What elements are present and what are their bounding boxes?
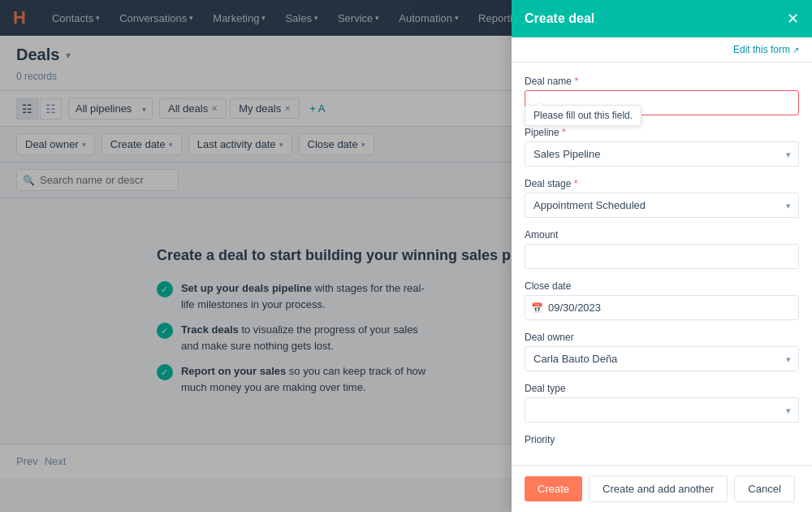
close-date-input[interactable]: [525, 295, 799, 320]
cancel-button[interactable]: Cancel: [734, 475, 794, 502]
deal-stage-label: Deal stage *: [525, 178, 799, 189]
pipeline-group: Pipeline * Sales Pipeline: [525, 127, 799, 167]
panel-body: Deal name * Please fill out this field. …: [512, 63, 812, 465]
required-indicator: *: [574, 76, 578, 87]
edit-form-link[interactable]: Edit this form: [733, 44, 799, 55]
required-indicator: *: [562, 127, 566, 138]
deal-owner-group: Deal owner Carla Bauto Deña: [525, 332, 799, 371]
deal-name-label: Deal name *: [525, 76, 799, 87]
priority-group: Priority: [525, 434, 799, 445]
deal-type-select[interactable]: [525, 397, 799, 423]
deal-owner-label: Deal owner: [525, 332, 799, 343]
priority-label: Priority: [525, 434, 799, 445]
amount-group: Amount: [525, 229, 799, 269]
create-and-add-button[interactable]: Create and add another: [589, 475, 728, 502]
deal-stage-select[interactable]: Appointment Scheduled: [525, 193, 799, 218]
panel-footer: Create Create and add another Cancel: [512, 465, 812, 512]
panel-subheader: Edit this form: [512, 37, 812, 63]
deal-type-group: Deal type: [525, 383, 799, 423]
tooltip-bubble: Please fill out this field.: [525, 105, 641, 126]
amount-input[interactable]: [525, 244, 799, 269]
close-date-label: Close date: [525, 280, 799, 292]
pipeline-label: Pipeline *: [525, 127, 799, 138]
close-date-group: Close date: [525, 280, 799, 320]
panel-title: Create deal: [525, 11, 594, 26]
pipeline-select-input[interactable]: Sales Pipeline: [525, 141, 799, 167]
create-button[interactable]: Create: [525, 476, 582, 501]
amount-label: Amount: [525, 229, 799, 241]
required-indicator: *: [574, 178, 578, 189]
create-deal-panel: Create deal ✕ Edit this form Deal name *…: [512, 0, 812, 512]
deal-name-group: Deal name * Please fill out this field.: [525, 76, 799, 115]
deal-owner-select[interactable]: Carla Bauto Deña: [525, 346, 799, 371]
deal-type-label: Deal type: [525, 383, 799, 394]
panel-close-button[interactable]: ✕: [787, 11, 799, 26]
deal-stage-group: Deal stage * Appointment Scheduled: [525, 178, 799, 218]
panel-header: Create deal ✕: [512, 0, 812, 37]
